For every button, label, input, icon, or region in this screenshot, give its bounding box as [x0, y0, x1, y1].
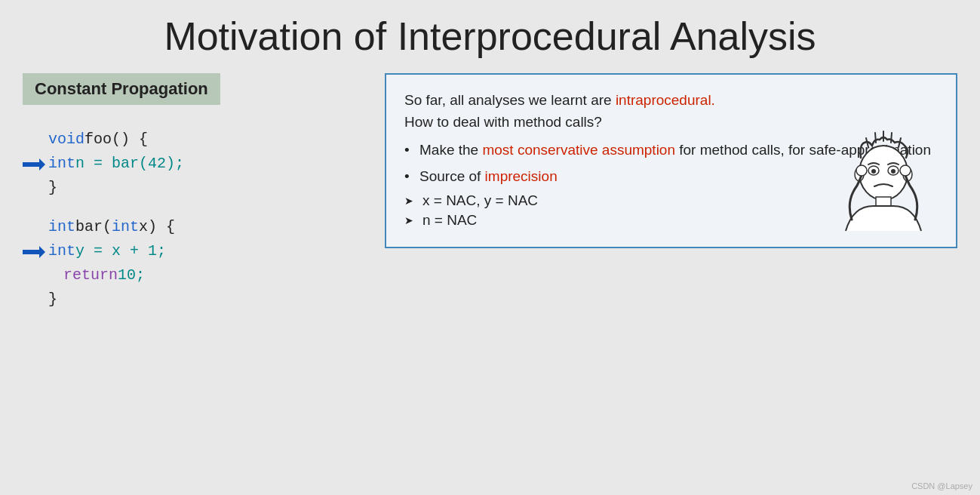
left-panel: Constant Propagation void foo() { int n … [23, 73, 370, 327]
intro-text: So far, all analyses we learnt are intra… [404, 90, 938, 133]
code-line: void foo() { [23, 128, 370, 152]
svg-line-8 [891, 133, 892, 143]
svg-point-12 [871, 169, 876, 174]
svg-line-6 [875, 133, 876, 143]
watermark: CSDN @Lapsey [911, 481, 972, 490]
right-panel: So far, all analyses we learnt are intra… [385, 73, 957, 248]
svg-point-17 [856, 165, 867, 176]
intro-highlight: intraprocedural. [616, 92, 715, 108]
intro-before: So far, all analyses we learnt are [404, 92, 616, 108]
code-line: return 10; [23, 263, 370, 287]
svg-marker-1 [39, 158, 45, 171]
arrow-indicator [23, 244, 45, 259]
slide-container: Motivation of Interprocedural Analysis C… [0, 0, 980, 495]
slide-title: Motivation of Interprocedural Analysis [23, 15, 957, 58]
code-block-bar: int bar(int x) { int y = x + 1; return 1… [23, 215, 370, 312]
svg-rect-0 [23, 162, 39, 167]
code-line: int bar(int x) { [23, 215, 370, 239]
code-line: } [23, 176, 370, 200]
content-area: Constant Propagation void foo() { int n … [23, 73, 957, 327]
code-line: } [23, 287, 370, 312]
svg-point-13 [891, 169, 896, 174]
intro-line2: How to deal with method calls? [404, 114, 602, 130]
code-line: int n = bar(42); [23, 152, 370, 176]
code-block-foo: void foo() { int n = bar(42); } [23, 128, 370, 200]
svg-marker-3 [39, 246, 45, 258]
svg-rect-2 [23, 250, 39, 254]
svg-rect-16 [876, 197, 891, 206]
stressed-face-illustration [823, 129, 944, 235]
constant-propagation-label: Constant Propagation [23, 73, 220, 105]
arrow-indicator [23, 156, 45, 171]
svg-point-18 [900, 165, 911, 176]
code-line: int y = x + 1; [23, 239, 370, 263]
